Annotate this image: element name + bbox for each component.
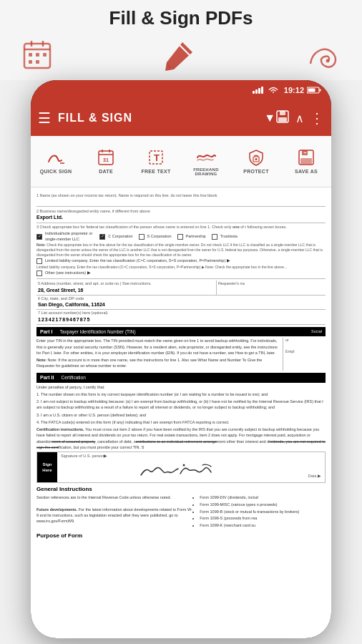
tool-free-text[interactable]: T FREE TEXT [137, 149, 176, 174]
tool-date[interactable]: 31 DATE [87, 149, 126, 174]
pdf-part2-header: Part II Certification [36, 373, 326, 383]
svg-text:31: 31 [103, 157, 109, 162]
save-toolbar-icon[interactable] [275, 109, 290, 127]
svg-point-30 [183, 464, 185, 466]
menu-icon[interactable]: ☰ [38, 109, 51, 127]
phone-frame: 19:12 ☰ FILL & SIGN ▼ ∧ ⋮ [31, 80, 331, 638]
status-bar-right: 19:12 [253, 86, 321, 94]
sign-here-label: SignHere [37, 452, 57, 482]
wifi-icon [268, 87, 278, 94]
checkbox-llc[interactable] [36, 258, 42, 264]
svg-rect-28 [300, 158, 312, 164]
svg-rect-14 [280, 111, 285, 115]
checkbox-individual[interactable]: ✓ [36, 234, 42, 240]
dropdown-icon[interactable]: ▼ [264, 112, 275, 125]
status-time: 19:12 [284, 86, 304, 94]
pdf-line2-value: Export Ltd. [36, 214, 326, 221]
pdf-cert-intro: Under penalties of perjury, I certify th… [36, 384, 326, 390]
pdf-line3-label: 3 Check appropriate box for federal tax … [36, 225, 326, 230]
general-instructions-title: General Instructions [36, 485, 326, 493]
pdf-address: 28, Great Street, 16 [38, 287, 215, 294]
svg-point-25 [255, 158, 258, 160]
pdf-line2-label: 2 Business name/disregarded entity name,… [36, 209, 326, 215]
pdf-checkbox-row: ✓ Individual/sole proprietor orsingle-me… [36, 231, 326, 242]
tool-label-protect: PROTECT [243, 169, 269, 174]
pdf-line1-label: 1 Name (as shown on your income tax retu… [36, 193, 326, 199]
tool-freehand[interactable]: FREEHAND DRAWING [187, 147, 226, 176]
tool-quick-sign[interactable]: QUICK SIGN [36, 149, 76, 174]
svg-rect-5 [36, 53, 39, 57]
tool-label-date: DATE [99, 169, 113, 174]
tool-label-freehand: FREEHAND DRAWING [188, 167, 224, 176]
checkbox-trust[interactable] [212, 234, 217, 240]
app-toolbar: ☰ FILL & SIGN ▼ ∧ ⋮ [31, 100, 331, 136]
save-as-icon [298, 149, 315, 166]
svg-rect-11 [320, 89, 321, 92]
battery-icon [307, 87, 321, 94]
up-icon[interactable]: ∧ [295, 112, 304, 125]
checkbox-s-corp[interactable] [139, 234, 145, 240]
pdf-line-1: 1 Name (as shown on your income tax retu… [36, 192, 326, 207]
pdf-tin: 123421789467875 [38, 316, 324, 323]
toolbar-actions: ∧ ⋮ [275, 109, 324, 127]
date-icon: 31 [97, 149, 114, 166]
svg-text:T: T [154, 152, 160, 163]
promo-title: Fill & Sign PDFs [109, 7, 253, 29]
status-bar: 19:12 [31, 80, 331, 100]
quick-sign-icon [46, 149, 66, 166]
tool-label-quick-sign: QUICK SIGN [40, 169, 72, 174]
calendar-icon [21, 38, 56, 72]
pdf-part1-body: Enter your TIN in the appropriate box. T… [36, 338, 281, 356]
tool-save-as[interactable]: SAVE AS [287, 149, 326, 174]
svg-rect-8 [36, 60, 39, 64]
general-right: Form 1099-DIV (dividends, includ Form 10… [195, 494, 326, 530]
signature-svg [61, 459, 321, 479]
tool-bar: QUICK SIGN 31 DATE T FREE TEXT [31, 136, 331, 187]
tool-label-free-text: FREE TEXT [141, 169, 170, 174]
swirl-icon [303, 38, 341, 72]
promo-icons-row [14, 34, 348, 77]
svg-rect-7 [29, 60, 32, 64]
pdf-line-2: 2 Business name/disregarded entity name,… [36, 208, 326, 223]
svg-rect-12 [308, 89, 315, 92]
svg-point-9 [326, 59, 330, 63]
pdf-part1-header: Part I Taxpayer Identification Number (T… [36, 327, 326, 337]
svg-rect-6 [43, 53, 47, 57]
promo-area: Fill & Sign PDFs [0, 0, 362, 80]
pdf-line-5-row: 5 Address (number, street, and apt. or s… [36, 280, 326, 295]
protect-icon [248, 149, 264, 166]
general-instructions: General Instructions Section references … [36, 485, 326, 540]
svg-rect-4 [29, 53, 32, 57]
sign-right-area[interactable]: Signature of U.S. person▶ Date ▶ [57, 452, 325, 482]
general-left: Section references are to the Internal R… [36, 494, 192, 530]
pdf-line-7: 7 List account number(s) here (optional)… [36, 310, 326, 324]
pdf-area[interactable]: 1 Name (as shown on your income tax retu… [31, 187, 331, 638]
purpose-title: Purpose of Form [36, 532, 326, 540]
general-two-col: Section references are to the Internal R… [36, 494, 326, 530]
free-text-icon: T [147, 149, 165, 166]
checkbox-c-corp[interactable]: ✓ [99, 234, 105, 240]
app-title: FILL & SIGN [58, 112, 261, 125]
freehand-icon [196, 147, 216, 165]
checkbox-partnership[interactable] [177, 234, 183, 240]
pdf-content: 1 Name (as shown on your income tax retu… [31, 187, 331, 544]
pdf-line-6: 6 City, state, and ZIP code San Diego, C… [36, 296, 326, 310]
checkbox-other[interactable] [36, 270, 42, 276]
signal-icon [253, 87, 263, 94]
tool-protect[interactable]: PROTECT [237, 149, 276, 174]
pdf-line-3: 3 Check appropriate box for federal tax … [36, 225, 326, 279]
sign-area[interactable]: SignHere Signature of U.S. person▶ Date … [36, 452, 326, 483]
pdf-city: San Diego, California, 11624 [38, 301, 324, 308]
svg-rect-15 [278, 117, 287, 122]
more-options-icon[interactable]: ⋮ [310, 109, 324, 127]
tool-label-save-as: SAVE AS [295, 169, 318, 174]
pen-icon [161, 36, 198, 74]
